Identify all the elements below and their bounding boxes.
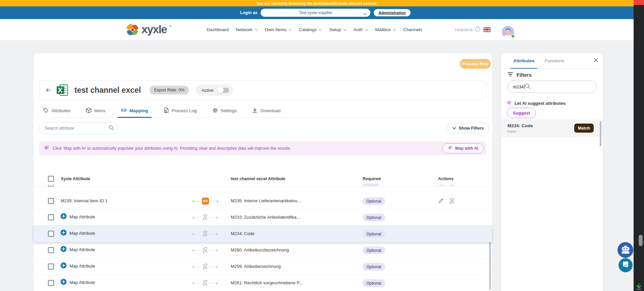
sidebar-tab-functions[interactable]: Functions [545, 53, 565, 68]
sidebar-tab-bar: Attributes Functions [501, 53, 603, 69]
plus-circle-icon [60, 246, 67, 253]
chevron-down-icon [452, 126, 456, 131]
nav-item-mailbox[interactable]: Mailbox [375, 27, 396, 32]
chatbot-button[interactable] [618, 242, 633, 258]
map-attribute-button[interactable]: Map Attribute [60, 279, 95, 286]
map-attribute-button[interactable]: Map Attribute [60, 246, 95, 253]
sidebar-scrollbar-thumb[interactable] [600, 121, 601, 146]
plus-circle-icon [60, 279, 67, 286]
sidebar-close-button[interactable] [593, 58, 598, 63]
nav-item-channels[interactable]: Channels [403, 27, 422, 32]
map-attribute-button[interactable]: Map Attribute [60, 213, 95, 220]
tab-attributes[interactable]: Attributes [43, 104, 70, 118]
table-scrollbar-thumb[interactable] [489, 234, 491, 290]
show-filters-button[interactable]: Show Filters [447, 123, 489, 133]
row-checkbox[interactable] [48, 264, 54, 270]
map-attribute-button[interactable]: Map Attribute [60, 229, 95, 237]
attribute-result-type: input [507, 129, 533, 133]
svg-text:?: ? [477, 27, 479, 31]
table-row: Map Attribute M233: Zusätzliche Artikeli… [34, 209, 492, 226]
tab-settings[interactable]: Settings [212, 104, 237, 118]
select-all-checkbox[interactable] [48, 176, 54, 182]
active-toggle[interactable] [217, 87, 230, 93]
chevron-down-icon [288, 27, 292, 32]
login-as-selected-value: Test-xyxle-supplier [299, 10, 332, 15]
mapped-link-icon [202, 198, 209, 205]
nav-item-network[interactable]: Network [236, 27, 258, 32]
table-row-highlighted: Map Attribute M234: Code Optional [34, 226, 492, 242]
tab-process-log[interactable]: Process Log [164, 104, 197, 118]
nav-item-dashboard[interactable]: Dashboard [207, 27, 229, 32]
download-icon [252, 107, 258, 114]
nav-item-setup[interactable]: Setup [329, 27, 346, 32]
search-icon [525, 83, 531, 90]
unlink-mapping-button[interactable] [449, 198, 455, 204]
sidebar-tab-attributes[interactable]: Attributes [513, 53, 535, 68]
xyxle-logo[interactable]: xyxle ™ [125, 23, 172, 38]
row-checkbox[interactable] [48, 214, 54, 220]
active-toggle-group: Active [196, 85, 233, 96]
helpdesk-link[interactable]: Helpdesk ? [455, 19, 480, 40]
map-attribute-button[interactable]: Map Attribute [60, 262, 95, 270]
required-badge: Optional [363, 197, 385, 205]
language-flag-icon[interactable] [483, 27, 491, 32]
login-as-label: Login as [240, 10, 257, 15]
gear-icon [212, 107, 218, 114]
row-checkbox[interactable] [48, 280, 54, 286]
browser-scrollbar-thumb[interactable] [639, 235, 643, 246]
link-icon [121, 107, 127, 114]
excel-file-icon [56, 84, 69, 96]
search-attribute-input[interactable] [45, 126, 108, 131]
user-avatar[interactable] [502, 26, 514, 38]
question-circle-icon: ? [475, 26, 480, 33]
tab-download[interactable]: Download [252, 104, 280, 118]
edit-mapping-button[interactable] [438, 198, 444, 204]
nav-item-catalogs[interactable]: Catalogs [299, 27, 322, 32]
tab-mapping[interactable]: Mapping [121, 104, 148, 118]
attribute-result-item[interactable]: M234: Code input Match [501, 119, 603, 137]
app-root: You are currently browsing the testchann… [0, 0, 644, 291]
channel-title: test channel excel [74, 86, 141, 95]
process-now-button[interactable]: Process Now [460, 59, 491, 69]
ai-mapping-banner: Click 'Map with AI' to automatically pop… [39, 141, 486, 155]
dashed-line-right [210, 200, 219, 203]
table-row: Map Attribute M261: Rechtlich vorgeschri… [34, 275, 492, 291]
nav-item-own-items[interactable]: Own Items [265, 27, 292, 32]
suggest-button[interactable]: Suggest [507, 108, 536, 118]
online-status-dot [511, 34, 515, 38]
chevron-down-icon [319, 27, 322, 32]
administration-button[interactable]: Administration [374, 9, 410, 16]
logo-trademark: ™ [169, 25, 172, 28]
sparkle-icon [447, 145, 452, 151]
export-rate-badge: Export Rate: 0% [150, 86, 189, 94]
robot-icon [621, 244, 631, 256]
browser-scrollbar [634, 0, 644, 291]
channel-attribute-label: M259: Artikelbezeichnung [231, 264, 281, 269]
mapping-table-header: Xyxle Attribute test channel excel Attri… [34, 174, 492, 184]
plus-circle-icon [60, 213, 67, 220]
filters-heading: Filters [507, 72, 532, 78]
row-checkbox[interactable] [48, 198, 54, 204]
arrow-left-icon [45, 89, 52, 94]
link-off-icon [202, 263, 208, 271]
required-badge: Optional [363, 214, 385, 221]
admin-bar-controls: Login as Test-xyxle-supplier Administrat… [240, 6, 411, 19]
column-header-channel-attribute: test channel excel Attribute [231, 176, 285, 181]
channel-attribute-label: M260: Artikelkurzbezeichnung [231, 247, 289, 252]
tab-items[interactable]: Items [86, 104, 105, 118]
match-button[interactable]: Match [574, 124, 594, 133]
messenger-button[interactable] [619, 258, 633, 272]
map-with-ai-button[interactable]: Map with AI [442, 143, 484, 153]
back-button[interactable] [45, 87, 52, 93]
attribute-filter-input[interactable]: m234 [507, 81, 597, 93]
active-label: Active [202, 88, 213, 93]
mapping-connector [192, 230, 219, 238]
column-header-required: Required [363, 176, 381, 181]
row-checkbox[interactable] [48, 247, 54, 253]
link-off-icon [202, 247, 208, 254]
login-as-select[interactable]: Test-xyxle-supplier [261, 9, 370, 17]
plus-circle-icon [60, 229, 67, 237]
nav-item-auth[interactable]: Auth [354, 27, 368, 32]
column-header-actions: Actions [438, 176, 453, 181]
row-checkbox[interactable] [48, 231, 54, 237]
